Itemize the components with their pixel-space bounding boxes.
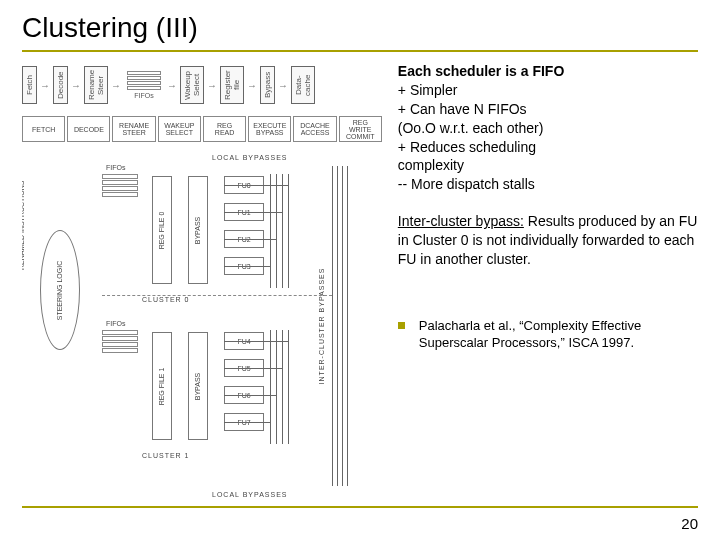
arrow-icon: →: [111, 80, 121, 91]
steering-logic-block: STEERING LOGIC: [40, 230, 80, 350]
footer-underline: [22, 506, 698, 508]
citation-text: Palacharla et al., “Complexity Effective…: [419, 317, 698, 352]
stage-rename: RENAME STEER: [112, 116, 155, 142]
scheduler-line: (Oo.O w.r.t. each other): [398, 120, 544, 136]
citation-row: Palacharla et al., “Complexity Effective…: [398, 317, 698, 352]
cluster-1-label: CLUSTER 1: [142, 452, 190, 459]
bullet-icon: [398, 322, 405, 329]
pipeline-box-dcache: Data-cache: [291, 66, 315, 104]
stage-dcache: DCACHE ACCESS: [293, 116, 336, 142]
scheduler-paragraph: Each scheduler is a FIFO + Simpler + Can…: [398, 62, 698, 194]
local-wires-1: [270, 330, 334, 444]
cluster-0-label: CLUSTER 0: [142, 296, 190, 303]
fifos-icon: [127, 71, 161, 90]
scheduler-line: + Simpler: [398, 82, 458, 98]
steering-logic-label: STEERING LOGIC: [57, 260, 64, 320]
fu-column-1: FU4 FU5 FU6 FU7: [224, 332, 264, 431]
fifo-label-1: FIFOs: [106, 320, 125, 327]
pipeline-box-regfile: Register file: [220, 66, 244, 104]
pipeline-box-bypass: Bypass: [260, 66, 275, 104]
fifos-label: FIFOs: [134, 92, 153, 99]
diagram-column: Fetch → Decode → Rename Steer → FIFOs → …: [22, 62, 390, 502]
fifo-label-0: FIFOs: [106, 164, 125, 171]
fifo-rows-1: [102, 330, 138, 353]
pipeline-box-rename: Rename Steer: [84, 66, 108, 104]
title-underline: [22, 50, 698, 52]
pipeline-box-fetch: Fetch: [22, 66, 37, 104]
local-bypasses-label-top: LOCAL BYPASSES: [212, 154, 287, 161]
arrow-icon: →: [71, 80, 81, 91]
citation-post: ISCA 1997.: [565, 335, 634, 350]
stage-wakeup: WAKEUP SELECT: [158, 116, 201, 142]
arrow-icon: →: [207, 80, 217, 91]
intercluster-lead: Inter-cluster bypass:: [398, 213, 524, 229]
stage-decode: DECODE: [67, 116, 110, 142]
cluster-0: FIFOs REG FILE 0 BYPASS FU0 FU1 FU2 FU3: [102, 162, 352, 302]
scheduler-line: complexity: [398, 157, 464, 173]
intercluster-paragraph: Inter-cluster bypass: Results produced b…: [398, 212, 698, 269]
text-column: Each scheduler is a FIFO + Simpler + Can…: [390, 62, 698, 502]
scheduler-line: + Reduces scheduling: [398, 139, 536, 155]
pipeline-box-wakeup: Wakeup Select: [180, 66, 204, 104]
stage-row: FETCH DECODE RENAME STEER WAKEUP SELECT …: [22, 116, 382, 142]
arrow-icon: →: [40, 80, 50, 91]
stage-commit: REG WRITE COMMIT: [339, 116, 382, 142]
cluster-diagram: LOCAL BYPASSES LOCAL BYPASSES INTER-CLUS…: [22, 150, 382, 502]
stage-regread: REG READ: [203, 116, 246, 142]
renamed-instructions-label: RENAMED INSTRUCTIONS: [22, 181, 25, 270]
cluster-1: FIFOs REG FILE 1 BYPASS FU4 FU5 FU6 FU7: [102, 318, 352, 458]
local-bypasses-label-bottom: LOCAL BYPASSES: [212, 491, 287, 498]
stage-fetch: FETCH: [22, 116, 65, 142]
stage-execute: EXECUTE BYPASS: [248, 116, 291, 142]
page-number: 20: [681, 515, 698, 532]
citation-pre: Palacharla et al.,: [419, 318, 519, 333]
bypass-1: BYPASS: [188, 332, 208, 440]
arrow-icon: →: [167, 80, 177, 91]
scheduler-line: + Can have N FIFOs: [398, 101, 527, 117]
scheduler-line: -- More dispatch stalls: [398, 176, 535, 192]
scheduler-heading: Each scheduler is a FIFO: [398, 63, 565, 79]
reg-file-1: REG FILE 1: [152, 332, 172, 440]
slide-title: Clustering (III): [22, 12, 698, 44]
arrow-icon: →: [247, 80, 257, 91]
arrow-icon: →: [278, 80, 288, 91]
pipeline-diagram: Fetch → Decode → Rename Steer → FIFOs → …: [22, 66, 382, 104]
pipeline-box-decode: Decode: [53, 66, 68, 104]
